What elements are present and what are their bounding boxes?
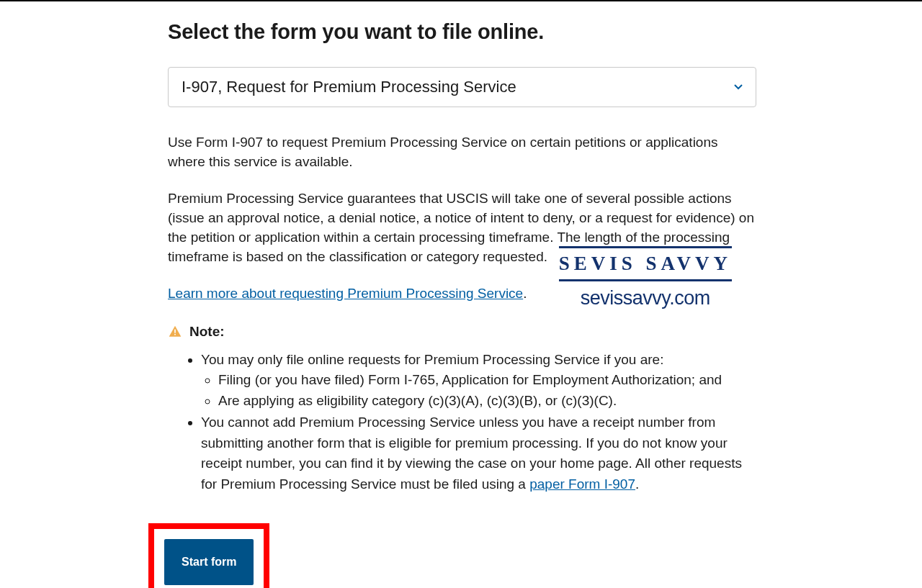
learn-more-suffix: . (523, 286, 527, 301)
svg-rect-1 (174, 334, 176, 335)
note-item-2: You cannot add Premium Processing Servic… (201, 412, 756, 494)
note-item-2-post: . (635, 476, 639, 492)
page-container: Select the form you want to file online.… (0, 1, 922, 588)
caret-down-icon (734, 84, 743, 90)
note-item-2-pre: You cannot add Premium Processing Servic… (201, 415, 742, 492)
warning-icon (168, 325, 182, 339)
learn-more-link[interactable]: Learn more about requesting Premium Proc… (168, 286, 523, 301)
note-sublist: Filing (or you have filed) Form I-765, A… (201, 370, 756, 411)
note-label: Note: (189, 324, 225, 340)
note-header: Note: (168, 324, 756, 340)
intro-paragraph-1: Use Form I-907 to request Premium Proces… (168, 133, 756, 172)
note-item-1: You may only file online requests for Pr… (201, 350, 756, 412)
note-subitem-2: Are applying as eligibility category (c)… (218, 391, 756, 412)
start-form-wrap: Start form (148, 523, 269, 588)
watermark-name: SEVIS SAVVY (559, 246, 732, 281)
svg-rect-0 (174, 329, 176, 333)
page-title: Select the form you want to file online. (168, 20, 756, 44)
start-form-button[interactable]: Start form (164, 539, 254, 585)
watermark-url: sevissavvy.com (559, 287, 732, 309)
watermark: SEVIS SAVVY sevissavvy.com (556, 245, 735, 309)
note-item-1-text: You may only file online requests for Pr… (201, 352, 663, 367)
note-subitem-1: Filing (or you have filed) Form I-765, A… (218, 370, 756, 391)
form-select-value: I-907, Request for Premium Processing Se… (182, 78, 516, 96)
form-select-dropdown[interactable]: I-907, Request for Premium Processing Se… (168, 67, 756, 107)
paper-form-link[interactable]: paper Form I-907 (529, 476, 635, 492)
note-list: You may only file online requests for Pr… (168, 350, 756, 495)
